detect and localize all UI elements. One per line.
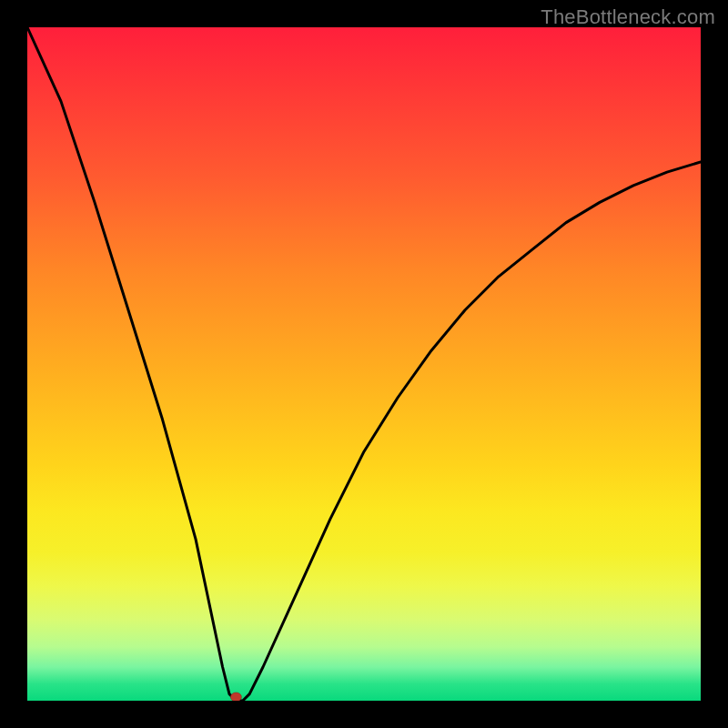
optimum-marker-icon xyxy=(230,693,241,701)
chart-stage: TheBottleneck.com xyxy=(0,0,728,728)
watermark-text: TheBottleneck.com xyxy=(541,5,715,29)
plot-area xyxy=(27,27,701,701)
curve-layer xyxy=(27,27,701,701)
bottleneck-curve xyxy=(27,27,701,701)
